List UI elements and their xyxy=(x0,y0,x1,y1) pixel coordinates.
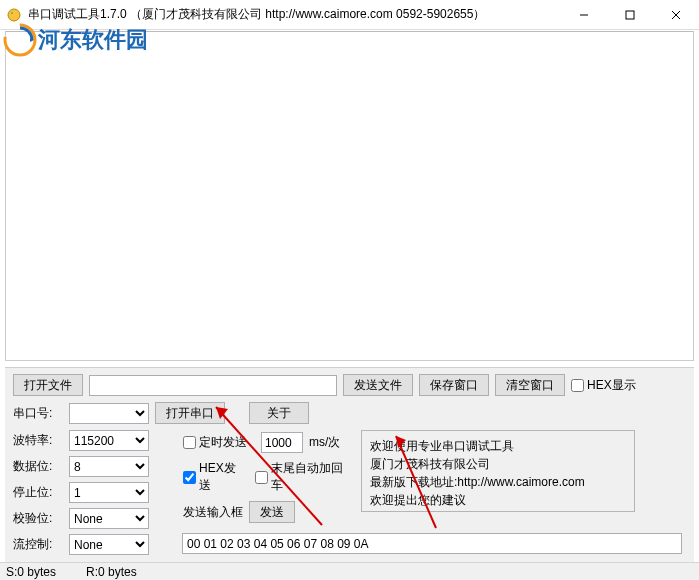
open-port-button[interactable]: 打开串口 xyxy=(155,402,225,424)
hex-display-checkbox[interactable]: HEX显示 xyxy=(571,377,636,394)
port-label: 串口号: xyxy=(13,405,63,422)
info-box: 欢迎使用专业串口调试工具 厦门才茂科技有限公司 最新版下载地址:http://w… xyxy=(361,430,635,512)
control-panel: 打开文件 发送文件 保存窗口 清空窗口 HEX显示 串口号: 打开串口 关于 波… xyxy=(5,367,694,562)
send-input-label: 发送输入框 xyxy=(183,504,243,521)
info-line-3: 最新版下载地址:http://www.caimore.com xyxy=(370,473,626,491)
timed-send-checkbox[interactable]: 定时发送 xyxy=(183,434,247,451)
svg-point-0 xyxy=(8,9,20,21)
auto-cr-checkbox[interactable]: 末尾自动加回车 xyxy=(255,460,345,494)
send-file-button[interactable]: 发送文件 xyxy=(343,374,413,396)
open-file-button[interactable]: 打开文件 xyxy=(13,374,83,396)
watermark-logo-icon xyxy=(2,22,38,58)
stopbits-label: 停止位: xyxy=(13,484,63,501)
info-line-1: 欢迎使用专业串口调试工具 xyxy=(370,437,626,455)
stopbits-select[interactable]: 1 xyxy=(69,482,149,503)
baud-label: 波特率: xyxy=(13,432,63,449)
close-button[interactable] xyxy=(653,0,699,30)
file-row: 打开文件 发送文件 保存窗口 清空窗口 HEX显示 xyxy=(13,374,686,396)
save-window-button[interactable]: 保存窗口 xyxy=(419,374,489,396)
file-path-input[interactable] xyxy=(89,375,337,396)
status-bar: S:0 bytes R:0 bytes xyxy=(0,562,699,580)
send-data-row xyxy=(182,533,682,554)
baud-select[interactable]: 115200 xyxy=(69,430,149,451)
svg-rect-3 xyxy=(626,11,634,19)
svg-point-1 xyxy=(11,12,13,14)
databits-select[interactable]: 8 xyxy=(69,456,149,477)
port-select[interactable] xyxy=(69,403,149,424)
receive-output[interactable] xyxy=(5,31,694,361)
parity-label: 校验位: xyxy=(13,510,63,527)
send-button[interactable]: 发送 xyxy=(249,501,295,523)
flow-label: 流控制: xyxy=(13,536,63,553)
clear-window-button[interactable]: 清空窗口 xyxy=(495,374,565,396)
about-button[interactable]: 关于 xyxy=(249,402,309,424)
window-title: 串口调试工具1.7.0 （厦门才茂科技有限公司 http://www.caimo… xyxy=(28,6,561,23)
info-line-2: 厦门才茂科技有限公司 xyxy=(370,455,626,473)
watermark: 河东软件园 xyxy=(2,22,148,58)
app-icon xyxy=(6,7,22,23)
interval-input[interactable] xyxy=(261,432,303,453)
parity-select[interactable]: None xyxy=(69,508,149,529)
window-controls xyxy=(561,0,699,30)
watermark-brand: 河东软件园 xyxy=(38,25,148,55)
info-line-4: 欢迎提出您的建议 xyxy=(370,491,626,509)
maximize-button[interactable] xyxy=(607,0,653,30)
minimize-button[interactable] xyxy=(561,0,607,30)
port-row: 串口号: 打开串口 关于 xyxy=(13,402,686,424)
interval-unit: ms/次 xyxy=(309,434,340,451)
settings-column: 波特率:115200 数据位:8 停止位:1 校验位:None 流控制:None xyxy=(13,430,175,560)
flow-select[interactable]: None xyxy=(69,534,149,555)
hex-send-checkbox[interactable]: HEX发送 xyxy=(183,460,241,494)
send-data-input[interactable] xyxy=(182,533,682,554)
databits-label: 数据位: xyxy=(13,458,63,475)
status-sent: S:0 bytes xyxy=(6,565,56,579)
status-received: R:0 bytes xyxy=(86,565,137,579)
